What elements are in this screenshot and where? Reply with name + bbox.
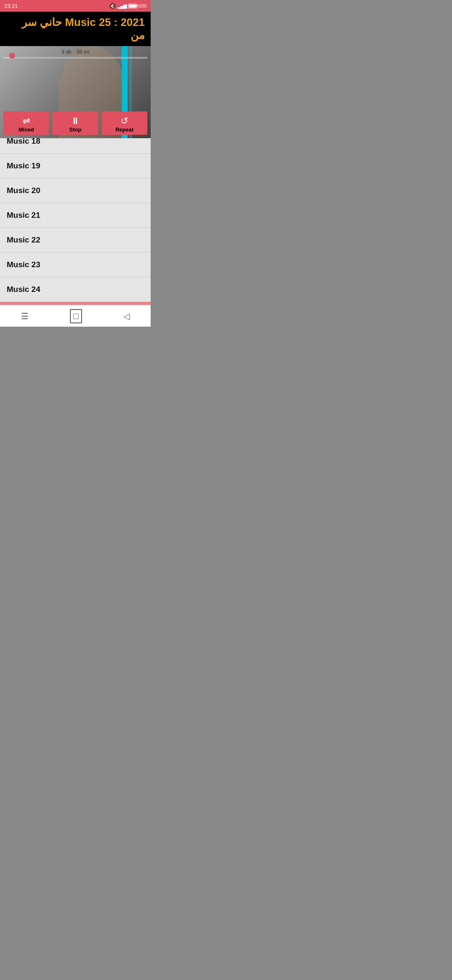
music-list-item-19[interactable]: Music 19 (0, 154, 151, 178)
mute-icon: 🔇 (109, 3, 116, 9)
time-display: 3 dk : 38 sn (61, 49, 89, 55)
music-list-section: Music 13Music 14Music 15Music 16Music 17… (0, 138, 151, 327)
music-list-item-21[interactable]: Music 21 (0, 203, 151, 228)
stop-button[interactable]: ⏸ Stop (52, 111, 98, 135)
music-list-item-22[interactable]: Music 22 (0, 228, 151, 253)
stop-label: Stop (69, 126, 82, 133)
menu-icon[interactable]: ☰ (21, 311, 28, 321)
battery-level: 100 (139, 3, 146, 8)
progress-dot[interactable] (9, 53, 15, 59)
main-content: Music 25 : 2021 حاني سر من 3 dk : 38 sn … (0, 12, 151, 327)
status-time: 23:21 (4, 3, 18, 9)
now-playing-title: Music 25 : 2021 حاني سر من (6, 16, 145, 42)
pause-icon: ⏸ (71, 116, 80, 126)
mixed-button[interactable]: ⇌ Mixed (3, 111, 49, 135)
status-bar: 23:21 🔇 ▂▄▆ 100 (0, 0, 151, 12)
shuffle-icon: ⇌ (23, 116, 30, 126)
music-list-item-23[interactable]: Music 23 (0, 253, 151, 277)
status-icons: 🔇 ▂▄▆ 100 (109, 3, 146, 9)
nav-bar: ☰ □ ◁ (0, 305, 151, 327)
back-icon[interactable]: ◁ (123, 311, 130, 321)
home-icon[interactable]: □ (70, 309, 82, 323)
music-list-item-18[interactable]: Music 18 (0, 138, 151, 154)
header: Music 25 : 2021 حاني سر من (0, 12, 151, 46)
controls-wrapper: ⇌ Mixed ⏸ Stop ↺ Repeat (0, 111, 151, 138)
progress-bar[interactable] (3, 57, 147, 59)
signal-icon: ▂▄▆ (118, 3, 126, 9)
repeat-label: Repeat (116, 126, 134, 133)
mixed-label: Mixed (18, 126, 34, 133)
music-list-item-20[interactable]: Music 20 (0, 178, 151, 203)
repeat-icon: ↺ (121, 116, 128, 126)
player-area: 3 dk : 38 sn ⇌ Mixed ⏸ Stop ↺ Repeat (0, 46, 151, 138)
repeat-button[interactable]: ↺ Repeat (102, 111, 147, 135)
music-list: Music 13Music 14Music 15Music 16Music 17… (0, 138, 151, 327)
music-list-item-24[interactable]: Music 24 (0, 277, 151, 302)
battery-icon (128, 4, 137, 8)
